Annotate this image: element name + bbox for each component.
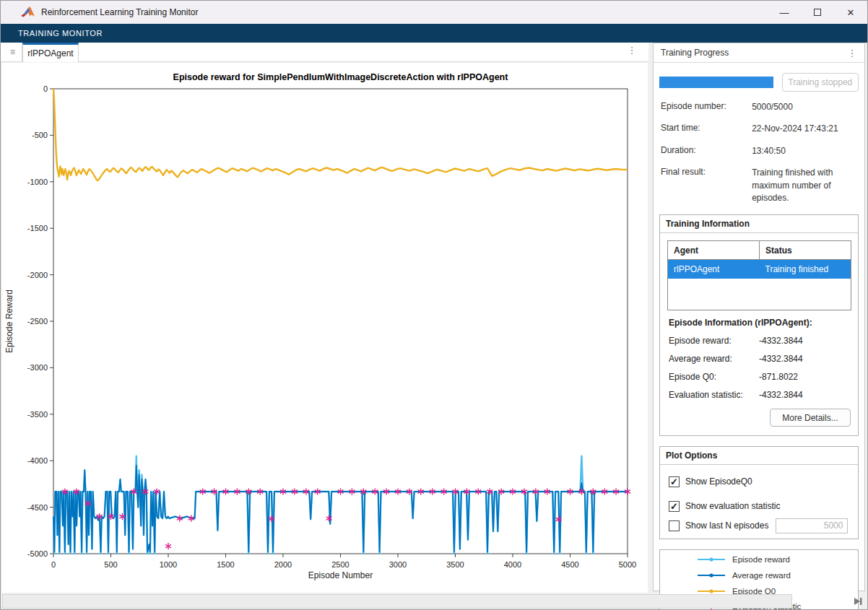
svg-text:4500: 4500 bbox=[561, 560, 578, 569]
plot-options-section: Plot Options ✓ Show EpisodeQ0 ✓ Show eva… bbox=[659, 446, 859, 539]
field-value: 5000/5000 bbox=[752, 101, 859, 113]
chart-options-ellipsis[interactable]: ⋮ bbox=[625, 45, 638, 59]
final-result-row: Final result: Training finished with max… bbox=[661, 167, 859, 204]
maximize-button[interactable] bbox=[801, 1, 834, 24]
episode-reward-row: Episode reward: -4332.3844 bbox=[669, 336, 849, 346]
panel-header: Training Progress ⋮ bbox=[654, 43, 864, 63]
matlab-logo-icon bbox=[21, 6, 35, 19]
column-header-status: Status bbox=[760, 241, 851, 260]
svg-text:-5000: -5000 bbox=[27, 549, 48, 558]
stat-label: Episode reward: bbox=[669, 336, 759, 346]
legend-line-swatch bbox=[696, 554, 726, 565]
column-header-agent: Agent bbox=[668, 241, 760, 260]
svg-text:2500: 2500 bbox=[331, 560, 349, 569]
svg-text:-4000: -4000 bbox=[27, 456, 48, 465]
average-reward-row: Average reward: -4332.3844 bbox=[669, 354, 849, 364]
minimize-button[interactable]: — bbox=[768, 1, 801, 24]
field-value: 13:40:50 bbox=[752, 145, 859, 157]
training-progress-panel: Training Progress ⋮ Training stopped Epi… bbox=[653, 43, 865, 591]
toolstrip: TRAINING MONITOR bbox=[1, 24, 867, 43]
agent-status-table: Agent Status rlPPOAgent Training finishe… bbox=[667, 240, 851, 310]
svg-text:-1500: -1500 bbox=[27, 224, 48, 232]
svg-text:-4500: -4500 bbox=[27, 503, 48, 512]
legend-item: Episode reward bbox=[696, 554, 851, 565]
minimize-icon: — bbox=[780, 7, 789, 18]
training-information-section: Training Information Agent Status rlPPOA… bbox=[659, 214, 859, 436]
svg-text:Episode reward for SimplePendl: Episode reward for SimplePendlumWithImag… bbox=[173, 72, 509, 82]
close-button[interactable]: ✕ bbox=[834, 1, 867, 24]
svg-text:4000: 4000 bbox=[504, 560, 521, 569]
svg-text:1000: 1000 bbox=[160, 560, 177, 569]
option-label: Show EpisodeQ0 bbox=[685, 476, 752, 487]
panel-options-ellipsis[interactable]: ⋮ bbox=[847, 48, 857, 58]
skip-to-end-icon bbox=[853, 597, 863, 606]
app-window: Reinforcement Learning Training Monitor … bbox=[0, 0, 868, 610]
tab-label: rlPPOAgent bbox=[27, 48, 73, 58]
svg-text:-500: -500 bbox=[32, 131, 48, 139]
stat-label: Evaluation statistic: bbox=[669, 390, 759, 400]
svg-text:2000: 2000 bbox=[274, 560, 292, 569]
plot-options-title: Plot Options bbox=[660, 447, 858, 465]
svg-text:0: 0 bbox=[43, 84, 48, 93]
training-information-title: Training Information bbox=[660, 215, 858, 233]
svg-text:-2000: -2000 bbox=[27, 271, 48, 279]
agent-cell: rlPPOAgent bbox=[668, 260, 760, 279]
legend-item: Average reward bbox=[696, 570, 851, 581]
svg-text:Episode Reward: Episode Reward bbox=[4, 289, 14, 353]
panel-title: Training Progress bbox=[661, 48, 729, 58]
stat-value: -4332.3844 bbox=[759, 336, 803, 346]
show-evaluation-statistic-option: ✓ Show evaluation statistic bbox=[669, 498, 849, 514]
skip-to-end-button[interactable] bbox=[850, 594, 866, 609]
svg-text:3000: 3000 bbox=[389, 560, 407, 569]
episode-q0-row: Episode Q0: -871.8022 bbox=[669, 372, 849, 382]
stat-value: -4332.3844 bbox=[759, 354, 803, 364]
show-episodeq0-option: ✓ Show EpisodeQ0 bbox=[669, 474, 849, 489]
evaluation-statistic-row: Evaluation statistic: -4332.3844 bbox=[669, 390, 849, 400]
field-label: Duration: bbox=[661, 145, 752, 157]
window-title: Reinforcement Learning Training Monitor bbox=[41, 7, 198, 17]
empty-table-space bbox=[668, 279, 851, 310]
stat-label: Episode Q0: bbox=[669, 372, 759, 382]
menu-icon: ≡ bbox=[10, 47, 15, 57]
tab-rlppoagent[interactable]: rlPPOAgent bbox=[22, 43, 79, 62]
progress-fill bbox=[659, 77, 773, 88]
horizontal-scrollbar[interactable] bbox=[2, 594, 792, 609]
training-chart: 0-500-1000-1500-2000-2500-3000-3500-4000… bbox=[2, 63, 648, 593]
svg-text:1500: 1500 bbox=[217, 560, 234, 569]
legend-line-swatch bbox=[696, 570, 726, 581]
svg-text:0: 0 bbox=[51, 560, 56, 569]
field-label: Episode number: bbox=[661, 101, 752, 113]
show-last-n-episodes-checkbox[interactable]: ✓ bbox=[669, 520, 680, 531]
svg-text:-3000: -3000 bbox=[27, 363, 48, 372]
progress-row: Training stopped bbox=[659, 73, 859, 92]
svg-text:3500: 3500 bbox=[446, 560, 464, 569]
legend-label: Episode reward bbox=[732, 554, 790, 565]
toolstrip-tab-training-monitor[interactable]: TRAINING MONITOR bbox=[18, 29, 103, 38]
title-bar: Reinforcement Learning Training Monitor … bbox=[1, 1, 867, 24]
stat-value: -4332.3844 bbox=[759, 390, 803, 400]
stat-value: -871.8022 bbox=[759, 372, 798, 382]
duration-row: Duration: 13:40:50 bbox=[661, 145, 859, 157]
svg-text:-3500: -3500 bbox=[27, 410, 48, 419]
episode-information-title: Episode Information (rlPPOAgent): bbox=[669, 318, 849, 328]
start-time-row: Start time: 22-Nov-2024 17:43:21 bbox=[661, 123, 859, 135]
svg-text:-1000: -1000 bbox=[27, 178, 48, 186]
legend-label: Average reward bbox=[732, 570, 791, 581]
table-row[interactable]: rlPPOAgent Training finished bbox=[668, 260, 851, 279]
svg-text:Episode Number: Episode Number bbox=[308, 570, 373, 580]
field-label: Final result: bbox=[661, 167, 752, 204]
field-label: Start time: bbox=[661, 123, 752, 135]
more-details-button[interactable]: More Details... bbox=[770, 409, 851, 427]
last-n-episodes-input[interactable] bbox=[776, 518, 848, 533]
option-label: Show last N episodes bbox=[685, 520, 768, 531]
tab-menu-icon[interactable]: ≡ bbox=[4, 43, 22, 61]
show-evaluation-statistic-checkbox[interactable]: ✓ bbox=[669, 501, 680, 512]
training-stopped-button[interactable]: Training stopped bbox=[782, 73, 859, 92]
show-episodeq0-checkbox[interactable]: ✓ bbox=[669, 476, 680, 487]
field-value: Training finished with maximum number of… bbox=[752, 167, 859, 204]
field-value: 22-Nov-2024 17:43:21 bbox=[752, 123, 859, 135]
close-icon: ✕ bbox=[847, 7, 855, 18]
stat-label: Average reward: bbox=[669, 354, 759, 364]
svg-text:5000: 5000 bbox=[619, 560, 636, 569]
ellipsis-icon: ⋮ bbox=[628, 45, 637, 56]
